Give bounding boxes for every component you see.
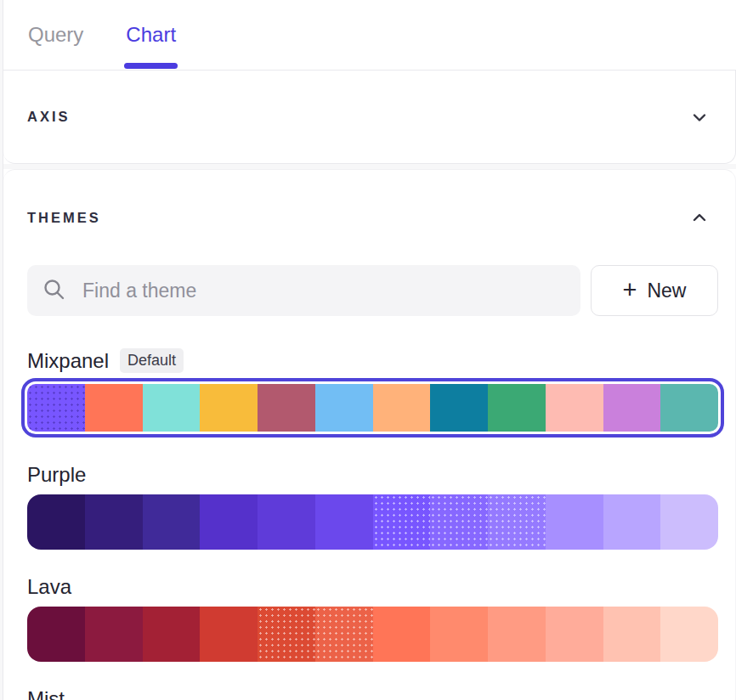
new-theme-button[interactable]: + New (591, 265, 718, 316)
color-swatch (27, 607, 85, 662)
color-swatch (660, 607, 718, 662)
color-swatch (315, 494, 373, 550)
chart-settings-panel: Query Chart AXIS THEMES (3, 0, 736, 700)
themes-section: THEMES + New MixpanelDefaultPurpleLavaMi… (3, 169, 736, 700)
axis-expand-button[interactable] (689, 107, 710, 127)
color-swatch (85, 384, 143, 432)
axis-section: AXIS (3, 71, 736, 164)
color-swatch (546, 384, 603, 432)
color-swatch (488, 384, 546, 432)
color-swatch (546, 607, 603, 662)
theme-swatch-row[interactable] (27, 384, 718, 432)
theme-item-mixpanel: MixpanelDefault (27, 348, 718, 438)
theme-search-box (27, 265, 580, 316)
theme-swatch-row[interactable] (27, 607, 718, 662)
theme-item-lava: Lava (27, 575, 718, 662)
chevron-up-icon (691, 209, 708, 226)
color-swatch (373, 494, 431, 550)
tab-chart[interactable]: Chart (124, 0, 178, 70)
color-swatch (546, 494, 603, 550)
theme-search-input[interactable] (82, 279, 565, 302)
tab-bar: Query Chart (3, 0, 736, 71)
color-swatch (603, 607, 661, 662)
color-swatch (315, 384, 373, 432)
color-swatch (258, 494, 315, 550)
color-swatch (373, 384, 431, 432)
color-swatch (603, 384, 661, 432)
axis-section-title: AXIS (27, 109, 71, 125)
color-swatch (143, 494, 201, 550)
color-swatch (143, 384, 201, 432)
themes-section-title: THEMES (27, 210, 101, 226)
plus-icon: + (623, 278, 637, 302)
themes-collapse-button[interactable] (689, 207, 710, 228)
color-swatch (430, 607, 488, 662)
color-swatch (603, 494, 661, 550)
color-swatch (200, 607, 258, 662)
color-swatch (258, 384, 315, 432)
color-swatch (200, 494, 258, 550)
theme-item-mist: Mist (27, 687, 718, 700)
theme-name: Purple (27, 463, 86, 487)
color-swatch (85, 607, 143, 662)
tab-query[interactable]: Query (26, 0, 85, 70)
theme-swatch-row[interactable] (27, 494, 718, 550)
color-swatch (373, 607, 431, 662)
color-swatch (660, 494, 718, 550)
color-swatch (143, 607, 201, 662)
color-swatch (315, 607, 373, 662)
color-swatch (200, 384, 258, 432)
new-theme-button-label: New (647, 279, 686, 302)
theme-name: Mixpanel (27, 349, 109, 373)
theme-list: MixpanelDefaultPurpleLavaMist (27, 348, 718, 700)
color-swatch (430, 494, 488, 550)
selected-theme-outline[interactable] (21, 378, 724, 438)
color-swatch (430, 384, 488, 432)
color-swatch (488, 607, 546, 662)
theme-item-purple: Purple (27, 463, 718, 550)
color-swatch (27, 494, 85, 550)
default-badge: Default (120, 348, 184, 373)
theme-name: Lava (27, 575, 71, 599)
color-swatch (27, 384, 85, 432)
color-swatch (85, 494, 143, 550)
color-swatch (258, 607, 315, 662)
chevron-down-icon (691, 109, 708, 126)
color-swatch (660, 384, 718, 432)
color-swatch (488, 494, 546, 550)
search-icon (42, 278, 65, 304)
theme-name: Mist (27, 687, 65, 700)
